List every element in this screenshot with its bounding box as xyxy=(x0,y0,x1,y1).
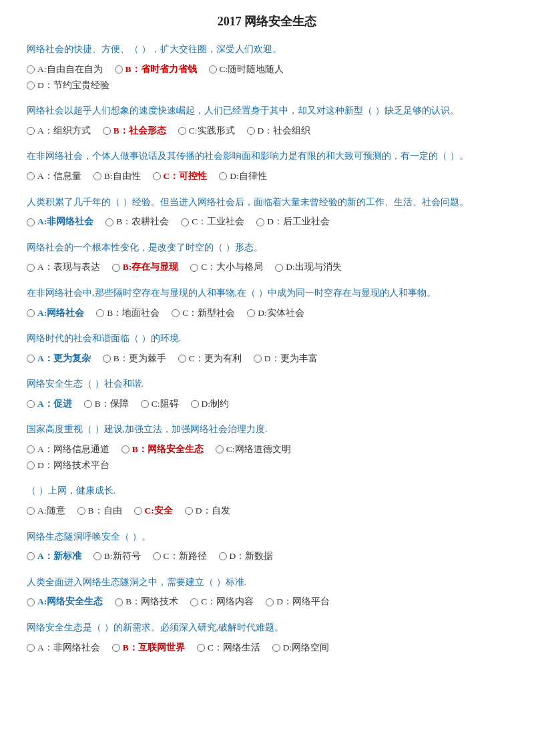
radio-2-0[interactable] xyxy=(27,127,35,135)
option-7-0[interactable]: A：更为复杂 xyxy=(27,351,91,367)
radio-4-1[interactable] xyxy=(105,218,113,226)
option-13-3[interactable]: D:网络空间 xyxy=(272,640,330,656)
option-12-1[interactable]: B：网络技术 xyxy=(115,594,178,610)
option-10-2[interactable]: C:安全 xyxy=(134,503,173,519)
radio-1-2[interactable] xyxy=(209,65,217,73)
option-3-2[interactable]: C：可控性 xyxy=(153,168,208,184)
option-9-2[interactable]: C:网络道德文明 xyxy=(216,441,291,457)
radio-5-1[interactable] xyxy=(112,264,120,272)
radio-7-1[interactable] xyxy=(103,355,111,363)
option-8-2[interactable]: C:阻碍 xyxy=(141,396,179,412)
option-1-3[interactable]: D：节约宝贵经验 xyxy=(27,77,109,93)
radio-7-0[interactable] xyxy=(27,355,35,363)
radio-12-0[interactable] xyxy=(27,598,35,606)
radio-1-3[interactable] xyxy=(27,81,35,89)
option-2-2[interactable]: C:实践形式 xyxy=(178,123,235,139)
option-2-0[interactable]: A：组织方式 xyxy=(27,123,91,139)
radio-2-3[interactable] xyxy=(247,127,255,135)
option-4-2[interactable]: C：工业社会 xyxy=(181,214,244,230)
option-9-0[interactable]: A：网络信息通道 xyxy=(27,441,109,457)
option-11-1[interactable]: B:新符号 xyxy=(93,548,141,564)
option-9-3[interactable]: D：网络技术平台 xyxy=(27,457,109,474)
radio-9-1[interactable] xyxy=(121,445,129,453)
radio-2-2[interactable] xyxy=(178,127,186,135)
option-4-3[interactable]: D：后工业社会 xyxy=(256,214,330,230)
radio-6-3[interactable] xyxy=(247,309,255,317)
radio-11-0[interactable] xyxy=(27,552,35,560)
option-8-1[interactable]: B：保障 xyxy=(84,396,129,412)
option-11-3[interactable]: D：新数据 xyxy=(219,548,274,564)
option-7-2[interactable]: C：更为有利 xyxy=(178,351,242,367)
option-3-0[interactable]: A：信息量 xyxy=(27,168,81,184)
option-6-3[interactable]: D:实体社会 xyxy=(247,305,304,321)
radio-10-0[interactable] xyxy=(27,507,35,515)
option-11-2[interactable]: C：新路径 xyxy=(153,548,207,564)
radio-1-0[interactable] xyxy=(27,65,35,73)
option-13-0[interactable]: A：非网络社会 xyxy=(27,640,100,656)
radio-9-0[interactable] xyxy=(27,445,35,453)
option-6-2[interactable]: C：新型社会 xyxy=(172,305,235,321)
option-13-1[interactable]: B：互联网世界 xyxy=(112,640,185,656)
radio-11-1[interactable] xyxy=(93,552,101,560)
option-1-2[interactable]: C:随时随地随人 xyxy=(209,61,284,77)
option-8-0[interactable]: A：促进 xyxy=(27,396,72,412)
radio-10-3[interactable] xyxy=(185,507,193,515)
option-3-1[interactable]: B:自由性 xyxy=(93,168,141,184)
option-2-1[interactable]: B：社会形态 xyxy=(103,123,166,139)
radio-5-2[interactable] xyxy=(190,264,198,272)
radio-7-2[interactable] xyxy=(178,355,186,363)
option-9-1[interactable]: B：网络安全生态 xyxy=(121,441,204,457)
option-10-0[interactable]: A:随意 xyxy=(27,503,65,519)
radio-9-3[interactable] xyxy=(27,461,35,469)
radio-10-2[interactable] xyxy=(134,507,142,515)
radio-9-2[interactable] xyxy=(216,445,224,453)
radio-4-2[interactable] xyxy=(181,218,189,226)
option-2-3[interactable]: D：社会组织 xyxy=(247,123,311,139)
radio-8-1[interactable] xyxy=(84,400,92,408)
radio-13-1[interactable] xyxy=(112,644,120,652)
radio-13-2[interactable] xyxy=(197,644,205,652)
option-13-2[interactable]: C：网络生活 xyxy=(197,640,260,656)
radio-2-1[interactable] xyxy=(103,127,111,135)
option-5-0[interactable]: A：表现与表达 xyxy=(27,259,100,275)
radio-4-3[interactable] xyxy=(256,218,264,226)
option-12-2[interactable]: C：网络内容 xyxy=(190,594,254,610)
radio-6-2[interactable] xyxy=(172,309,180,317)
radio-12-2[interactable] xyxy=(190,598,198,606)
radio-3-2[interactable] xyxy=(153,172,161,180)
radio-3-0[interactable] xyxy=(27,172,35,180)
option-10-3[interactable]: D：自发 xyxy=(185,503,230,519)
option-1-1[interactable]: B：省时省力省钱 xyxy=(115,61,197,77)
radio-13-3[interactable] xyxy=(272,644,280,652)
radio-8-3[interactable] xyxy=(191,400,199,408)
radio-5-0[interactable] xyxy=(27,264,35,272)
option-3-3[interactable]: D:自律性 xyxy=(219,168,267,184)
radio-1-1[interactable] xyxy=(115,65,123,73)
radio-8-0[interactable] xyxy=(27,400,35,408)
option-5-2[interactable]: C：大小与格局 xyxy=(190,259,263,275)
radio-3-3[interactable] xyxy=(219,172,227,180)
radio-13-0[interactable] xyxy=(27,644,35,652)
option-6-1[interactable]: B：地面社会 xyxy=(96,305,160,321)
option-12-3[interactable]: D：网络平台 xyxy=(266,594,330,610)
option-8-3[interactable]: D:制约 xyxy=(191,396,230,412)
option-5-1[interactable]: B:存在与显现 xyxy=(112,259,179,275)
option-6-0[interactable]: A:网络社会 xyxy=(27,305,84,321)
option-4-1[interactable]: B：农耕社会 xyxy=(105,214,169,230)
option-7-3[interactable]: D：更为丰富 xyxy=(254,351,318,367)
option-10-1[interactable]: B：自由 xyxy=(77,503,122,519)
option-5-3[interactable]: D:出现与消失 xyxy=(275,259,342,275)
option-1-0[interactable]: A:自由自在自为 xyxy=(27,61,103,77)
radio-12-1[interactable] xyxy=(115,598,123,606)
radio-3-1[interactable] xyxy=(93,172,101,180)
radio-5-3[interactable] xyxy=(275,264,283,272)
radio-6-0[interactable] xyxy=(27,309,35,317)
radio-11-3[interactable] xyxy=(219,552,227,560)
radio-12-3[interactable] xyxy=(266,598,274,606)
radio-4-0[interactable] xyxy=(27,218,35,226)
radio-11-2[interactable] xyxy=(153,552,161,560)
option-12-0[interactable]: A:网络安全生态 xyxy=(27,594,103,610)
option-7-1[interactable]: B：更为棘手 xyxy=(103,351,166,367)
option-4-0[interactable]: A:非网络社会 xyxy=(27,214,93,230)
option-11-0[interactable]: A：新标准 xyxy=(27,548,81,564)
